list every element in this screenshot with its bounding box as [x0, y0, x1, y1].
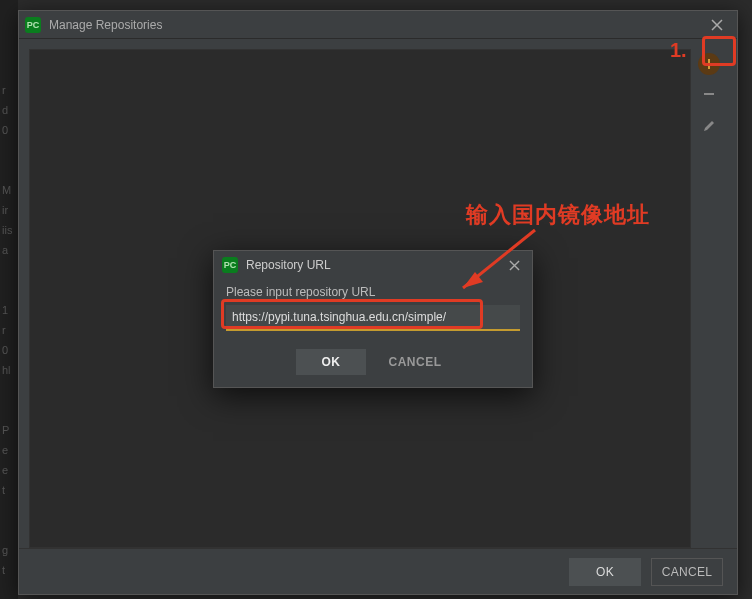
inner-dialog-title: Repository URL	[246, 258, 496, 272]
inner-dialog-footer: OK CANCEL	[214, 343, 532, 387]
dialog-footer: OK CANCEL	[19, 548, 737, 594]
inner-dialog-titlebar[interactable]: PC Repository URL	[214, 251, 532, 279]
repository-url-label: Please input repository URL	[226, 285, 520, 299]
plus-icon	[703, 58, 715, 70]
repository-url-input[interactable]	[226, 305, 520, 331]
repository-url-dialog: PC Repository URL Please input repositor…	[213, 250, 533, 388]
pycharm-icon: PC	[25, 17, 41, 33]
pencil-icon	[702, 119, 716, 133]
side-action-bar	[691, 49, 727, 548]
add-repository-button[interactable]	[698, 53, 720, 75]
edit-repository-button[interactable]	[696, 113, 722, 139]
inner-cancel-button[interactable]: CANCEL	[380, 349, 450, 375]
minus-icon	[702, 87, 716, 101]
close-icon[interactable]	[703, 11, 731, 39]
ok-button[interactable]: OK	[569, 558, 641, 586]
inner-dialog-body: Please input repository URL	[214, 279, 532, 343]
pycharm-icon: PC	[222, 257, 238, 273]
cancel-button[interactable]: CANCEL	[651, 558, 723, 586]
close-icon[interactable]	[504, 255, 524, 275]
remove-repository-button[interactable]	[696, 81, 722, 107]
inner-ok-button[interactable]: OK	[296, 349, 366, 375]
editor-gutter: rd0 Miriisa 1r0hl Peet gt	[0, 0, 18, 599]
dialog-title: Manage Repositories	[49, 18, 695, 32]
dialog-titlebar[interactable]: PC Manage Repositories	[19, 11, 737, 39]
